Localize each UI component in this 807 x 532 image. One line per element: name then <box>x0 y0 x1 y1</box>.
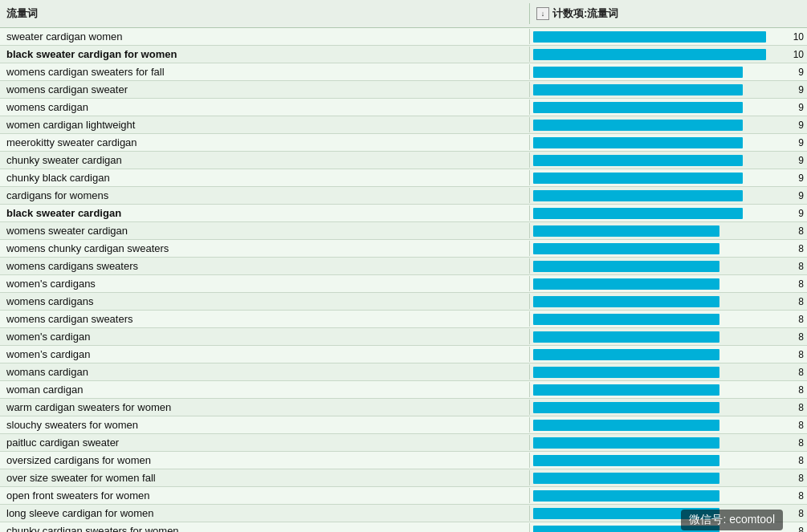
keyword-cell: woman cardigan <box>0 382 530 397</box>
count-value: 8 <box>789 314 804 325</box>
count-cell: 9 <box>530 117 807 133</box>
count-value: 8 <box>789 526 804 533</box>
bar-wrapper <box>533 83 786 96</box>
count-bar <box>533 67 743 78</box>
table-row: cardigans for womens 9 <box>0 187 807 205</box>
table-row: womens sweater cardigan 8 <box>0 222 807 240</box>
bar-wrapper <box>533 331 786 343</box>
bar-wrapper <box>533 278 786 290</box>
count-bar <box>533 208 743 219</box>
count-bar <box>533 526 719 533</box>
bar-wrapper <box>533 119 786 132</box>
bar-wrapper <box>533 154 786 167</box>
count-cell: 8 <box>530 382 807 398</box>
count-cell: 10 <box>530 29 807 45</box>
table-row: womens cardigan sweaters 8 <box>0 311 807 328</box>
count-cell: 8 <box>530 453 807 469</box>
count-value: 8 <box>789 420 804 431</box>
count-bar <box>533 155 743 166</box>
count-value: 8 <box>789 243 804 254</box>
count-value: 8 <box>789 490 804 502</box>
count-value: 9 <box>789 84 804 95</box>
count-value: 8 <box>789 473 804 484</box>
keyword-cell: womens cardigans <box>0 294 530 309</box>
table-row: black sweater cardigan for women 10 <box>0 46 807 63</box>
count-value: 8 <box>789 349 804 360</box>
table-row: over size sweater for women fall 8 <box>0 469 807 487</box>
keyword-cell: womans cardigan <box>0 364 530 380</box>
count-bar <box>533 473 719 484</box>
bar-wrapper <box>533 437 786 449</box>
table-row: womens cardigan 9 <box>0 99 807 116</box>
count-bar <box>533 225 719 237</box>
count-bar <box>533 420 719 431</box>
table-body: sweater cardigan women 10 black sweater … <box>0 28 807 532</box>
table-row: womens cardigan sweater 9 <box>0 81 807 99</box>
count-bar <box>533 455 719 466</box>
count-cell: 8 <box>530 311 807 327</box>
keyword-cell: women's cardigans <box>0 276 530 291</box>
count-col-label: 计数项:流量词 <box>552 6 618 21</box>
keyword-cell: women's cardigan <box>0 329 530 344</box>
keyword-cell: warm cardigan sweaters for women <box>0 400 530 415</box>
bar-wrapper <box>533 419 786 432</box>
count-value: 10 <box>789 31 804 43</box>
table-row: womens cardigan sweaters for fall 9 <box>0 63 807 81</box>
count-value: 8 <box>789 437 804 449</box>
bar-wrapper <box>533 225 786 238</box>
table-row: women's cardigans 8 <box>0 275 807 293</box>
count-bar <box>533 102 743 113</box>
table-row: chunky black cardigan 9 <box>0 169 807 187</box>
count-bar <box>533 331 719 343</box>
count-cell: 9 <box>530 205 807 221</box>
table-row: slouchy sweaters for women 8 <box>0 416 807 434</box>
count-value: 8 <box>789 331 804 343</box>
count-value: 9 <box>789 208 804 219</box>
table-row: sweater cardigan women 10 <box>0 28 807 46</box>
count-value: 8 <box>789 367 804 378</box>
count-value: 9 <box>789 155 804 166</box>
count-cell: 8 <box>530 470 807 486</box>
count-value: 8 <box>789 402 804 413</box>
count-column-header: ↓ 计数项:流量词 <box>530 3 807 24</box>
count-cell: 8 <box>530 258 807 274</box>
bar-wrapper <box>533 207 786 220</box>
bar-wrapper <box>533 172 786 185</box>
count-cell: 8 <box>530 364 807 380</box>
count-bar <box>533 120 743 131</box>
count-cell: 8 <box>530 223 807 239</box>
keyword-cell: chunky cardigan sweaters for women <box>0 523 530 532</box>
bar-wrapper <box>533 48 786 61</box>
bar-wrapper <box>533 136 786 149</box>
keyword-cell: meerokitty sweater cardigan <box>0 135 530 150</box>
count-value: 8 <box>789 278 804 290</box>
bar-wrapper <box>533 454 786 467</box>
count-cell: 9 <box>530 188 807 204</box>
keyword-cell: oversized cardigans for women <box>0 453 530 468</box>
table-row: meerokitty sweater cardigan 9 <box>0 134 807 152</box>
bar-wrapper <box>533 66 786 79</box>
keyword-cell: womens sweater cardigan <box>0 223 530 238</box>
bar-wrapper <box>533 260 786 273</box>
count-cell: 8 <box>530 347 807 363</box>
bar-wrapper <box>533 295 786 308</box>
sort-icon[interactable]: ↓ <box>536 7 549 20</box>
table-row: paitluc cardigan sweater 8 <box>0 434 807 452</box>
bar-wrapper <box>533 489 786 502</box>
table-header: 流量词 ↓ 计数项:流量词 <box>0 0 807 28</box>
keyword-cell: black sweater cardigan <box>0 205 530 221</box>
count-bar <box>533 49 766 60</box>
count-bar <box>533 31 766 43</box>
count-bar <box>533 190 743 201</box>
count-value: 9 <box>789 67 804 78</box>
count-bar <box>533 508 719 519</box>
count-value: 8 <box>789 384 804 396</box>
table-row: womans cardigan 8 <box>0 363 807 381</box>
count-cell: 8 <box>530 294 807 310</box>
count-cell: 8 <box>530 400 807 416</box>
count-value: 9 <box>789 102 804 113</box>
count-cell: 9 <box>530 170 807 186</box>
count-bar <box>533 261 719 272</box>
count-value: 10 <box>789 49 804 60</box>
keyword-cell: cardigans for womens <box>0 188 530 203</box>
